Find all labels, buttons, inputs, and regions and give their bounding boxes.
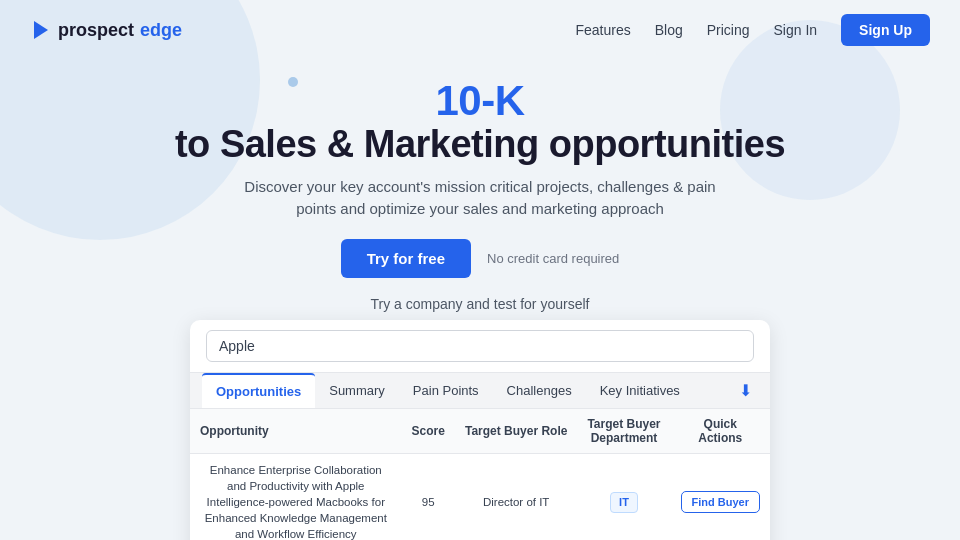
nav-pricing[interactable]: Pricing [707, 22, 750, 38]
col-header-department: Target BuyerDepartment [577, 409, 670, 454]
nav-signup-button[interactable]: Sign Up [841, 14, 930, 46]
col-header-buyer-role: Target Buyer Role [455, 409, 577, 454]
department-badge: IT [610, 492, 638, 513]
tab-summary[interactable]: Summary [315, 374, 399, 407]
find-buyer-button[interactable]: Find Buyer [681, 491, 760, 513]
navbar: prospectedge Features Blog Pricing Sign … [0, 0, 960, 60]
hero-cta: Try for free No credit card required [20, 239, 940, 278]
tab-pain-points[interactable]: Pain Points [399, 374, 493, 407]
logo-edge: edge [140, 20, 182, 41]
tab-key-initiatives[interactable]: Key Initiatives [586, 374, 694, 407]
opportunities-table: Opportunity Score Target Buyer Role Targ… [190, 409, 770, 540]
buyer-role: Director of IT [455, 453, 577, 540]
score: 95 [402, 453, 455, 540]
hero-subtitle: Discover your key account's mission crit… [20, 176, 940, 221]
opportunity-text: Enhance Enterprise Collaboration and Pro… [190, 453, 402, 540]
logo-prospect: prospect [58, 20, 134, 41]
download-icon[interactable]: ⬇ [733, 375, 758, 406]
demo-search-area [190, 320, 770, 373]
nav-blog[interactable]: Blog [655, 22, 683, 38]
tab-challenges[interactable]: Challenges [493, 374, 586, 407]
col-header-opportunity: Opportunity [190, 409, 402, 454]
department: IT [577, 453, 670, 540]
table-row: Enhance Enterprise Collaboration and Pro… [190, 453, 770, 540]
nav-features[interactable]: Features [575, 22, 630, 38]
col-header-score: Score [402, 409, 455, 454]
col-header-actions: QuickActions [671, 409, 770, 454]
demo-section: Try a company and test for yourself Oppo… [0, 296, 960, 540]
hero-headline-dark: to Sales & Marketing opportunities [20, 124, 940, 166]
try-free-button[interactable]: Try for free [341, 239, 471, 278]
action: Find Buyer [671, 453, 770, 540]
nav-links: Features Blog Pricing Sign In Sign Up [575, 14, 930, 46]
demo-label: Try a company and test for yourself [0, 296, 960, 312]
logo-icon [30, 19, 52, 41]
hero-section: 10-K to Sales & Marketing opportunities … [0, 60, 960, 278]
company-search-input[interactable] [206, 330, 754, 362]
tab-opportunities[interactable]: Opportunities [202, 373, 315, 408]
no-credit-card-label: No credit card required [487, 251, 619, 266]
logo[interactable]: prospectedge [30, 19, 182, 41]
nav-signin[interactable]: Sign In [774, 22, 818, 38]
svg-marker-0 [34, 21, 48, 39]
hero-headline-blue: 10-K [20, 78, 940, 124]
demo-card: Opportunities Summary Pain Points Challe… [190, 320, 770, 540]
demo-tabs: Opportunities Summary Pain Points Challe… [190, 373, 770, 409]
